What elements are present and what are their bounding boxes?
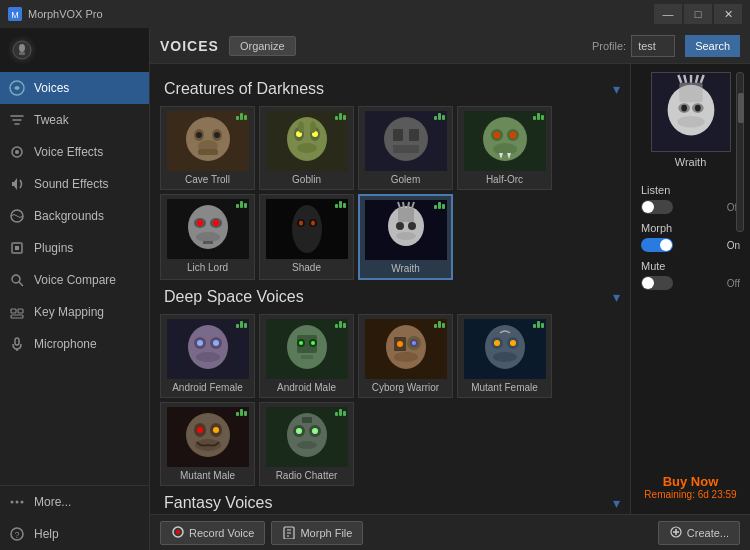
tweak-label: Tweak xyxy=(34,113,69,127)
svg-point-82 xyxy=(196,352,220,362)
voice-card-android-male[interactable]: Android Male xyxy=(259,314,354,398)
svg-point-65 xyxy=(311,221,315,226)
svg-point-81 xyxy=(213,340,219,346)
sidebar-item-microphone[interactable]: Microphone xyxy=(0,328,149,360)
organize-button[interactable]: Organize xyxy=(229,36,296,56)
shade-name: Shade xyxy=(290,262,323,273)
svg-text:M: M xyxy=(11,10,19,20)
mute-toggle-knob xyxy=(642,277,654,289)
mute-status: Off xyxy=(727,278,740,289)
morph-file-button[interactable]: Morph File xyxy=(271,521,363,545)
svg-rect-44 xyxy=(393,145,419,153)
voice-card-wraith[interactable]: Wraith xyxy=(358,194,453,280)
minimize-button[interactable]: — xyxy=(654,4,682,24)
mutant-male-name: Mutant Male xyxy=(178,470,237,481)
svg-rect-4 xyxy=(19,52,25,55)
sidebar-item-voice-compare[interactable]: Voice Compare xyxy=(0,264,149,296)
listen-toggle[interactable] xyxy=(641,200,673,214)
voice-card-goblin[interactable]: Goblin xyxy=(259,106,354,190)
sidebar-item-backgrounds[interactable]: Backgrounds xyxy=(0,200,149,232)
voice-card-cyborg-warrior[interactable]: Cyborg Warrior xyxy=(358,314,453,398)
svg-rect-30 xyxy=(198,149,218,155)
profile-group: Profile: test xyxy=(592,35,675,57)
cyborg-warrior-name: Cyborg Warrior xyxy=(370,382,441,393)
profile-select[interactable]: test xyxy=(631,35,675,57)
mute-toggle-row: Off xyxy=(637,276,744,290)
svg-point-28 xyxy=(214,132,220,138)
sidebar-item-voice-effects[interactable]: Voice Effects xyxy=(0,136,149,168)
sidebar: Voices Tweak Voice Effects Sound Effects… xyxy=(0,28,150,550)
lich-lord-name: Lich Lord xyxy=(185,262,230,273)
svg-text:?: ? xyxy=(14,530,19,540)
voice-card-shade[interactable]: Shade xyxy=(259,194,354,280)
svg-rect-10 xyxy=(15,246,19,250)
morph-toggle[interactable] xyxy=(641,238,673,252)
svg-rect-68 xyxy=(398,208,414,222)
voice-card-radio-chatter[interactable]: Radio Chatter xyxy=(259,402,354,486)
svg-point-11 xyxy=(12,275,20,283)
svg-point-74 xyxy=(408,222,416,230)
shade-indicator xyxy=(335,201,346,208)
svg-point-37 xyxy=(297,143,317,153)
voice-card-lich-lord[interactable]: Lich Lord xyxy=(160,194,255,280)
section-collapse-fantasy[interactable]: ▾ xyxy=(613,495,620,511)
svg-point-3 xyxy=(19,44,25,52)
svg-point-135 xyxy=(176,530,180,534)
wraith-indicator xyxy=(434,202,445,209)
radio-chatter-img xyxy=(266,407,348,467)
sidebar-item-key-mapping[interactable]: Key Mapping xyxy=(0,296,149,328)
window-controls: — □ ✕ xyxy=(654,4,742,24)
svg-point-27 xyxy=(196,132,202,138)
voice-card-mutant-male[interactable]: Mutant Male xyxy=(160,402,255,486)
bottom-bar: Record Voice Morph File Create... xyxy=(150,514,750,550)
sidebar-item-plugins[interactable]: Plugins xyxy=(0,232,149,264)
shade-img xyxy=(266,199,348,259)
svg-point-111 xyxy=(213,427,219,433)
mutant-female-indicator xyxy=(533,321,544,328)
svg-point-119 xyxy=(297,441,317,449)
voice-card-cave-troll[interactable]: Cave Troll xyxy=(160,106,255,190)
cyborg-warrior-img xyxy=(365,319,447,379)
sidebar-item-more[interactable]: More... xyxy=(0,486,149,518)
svg-point-49 xyxy=(493,132,500,139)
volume-slider[interactable] xyxy=(736,72,744,232)
svg-rect-14 xyxy=(18,309,23,313)
deep-space-grid: Android Female Android Male xyxy=(160,314,620,486)
voice-card-golem[interactable]: Golem xyxy=(358,106,453,190)
mute-toggle[interactable] xyxy=(641,276,673,290)
listen-label: Listen xyxy=(641,184,670,196)
sidebar-item-tweak[interactable]: Tweak xyxy=(0,104,149,136)
svg-rect-43 xyxy=(409,129,419,141)
voices-list[interactable]: Creatures of Darkness ▾ xyxy=(150,64,630,514)
content-area: VOICES Organize Profile: test Search Cre… xyxy=(150,28,750,550)
radio-chatter-indicator xyxy=(335,409,346,416)
voice-card-half-orc[interactable]: Half-Orc xyxy=(457,106,552,190)
voice-card-mutant-female[interactable]: Mutant Female xyxy=(457,314,552,398)
sidebar-spacer xyxy=(0,360,149,485)
sidebar-item-help[interactable]: ? Help xyxy=(0,518,149,550)
close-button[interactable]: ✕ xyxy=(714,4,742,24)
buy-now-text[interactable]: Buy Now xyxy=(644,474,736,489)
sidebar-item-sound-effects[interactable]: Sound Effects xyxy=(0,168,149,200)
mute-row: Mute xyxy=(637,260,744,272)
sidebar-item-voices[interactable]: Voices xyxy=(0,72,149,104)
sidebar-header xyxy=(0,28,149,72)
maximize-button[interactable]: □ xyxy=(684,4,712,24)
more-icon xyxy=(8,493,26,511)
voice-card-android-female[interactable]: Android Female xyxy=(160,314,255,398)
mutant-male-img xyxy=(167,407,249,467)
search-button[interactable]: Search xyxy=(685,35,740,57)
section-collapse-creatures[interactable]: ▾ xyxy=(613,81,620,97)
voices-label: Voices xyxy=(34,81,69,95)
profile-label: Profile: xyxy=(592,40,626,52)
create-button[interactable]: Create... xyxy=(658,521,740,545)
android-male-indicator xyxy=(335,321,346,328)
lich-lord-indicator xyxy=(236,201,247,208)
section-collapse-deep-space[interactable]: ▾ xyxy=(613,289,620,305)
listen-toggle-row: Off xyxy=(637,200,744,214)
controls-section: Listen Off Morph xyxy=(637,184,744,298)
titlebar: M MorphVOX Pro — □ ✕ xyxy=(0,0,750,28)
record-voice-button[interactable]: Record Voice xyxy=(160,521,265,545)
sidebar-logo xyxy=(8,36,36,64)
svg-point-64 xyxy=(299,221,303,226)
